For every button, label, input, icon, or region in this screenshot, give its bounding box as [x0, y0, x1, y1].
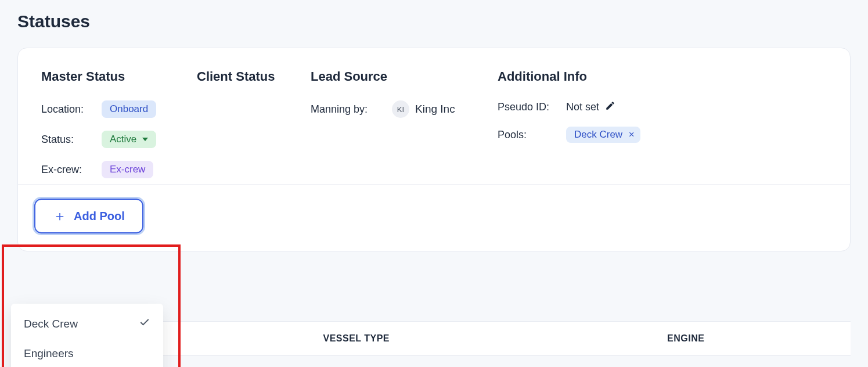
pseudo-id-value: Not set: [566, 101, 599, 113]
table-header-vessel-type[interactable]: VESSEL TYPE: [192, 333, 521, 344]
page-title: Statuses: [17, 12, 851, 31]
client-status-heading: Client Status: [197, 69, 311, 84]
add-pool-button-label: Add Pool: [74, 210, 125, 223]
client-status-column: Client Status: [197, 69, 311, 178]
add-pool-button[interactable]: ＋ Add Pool: [34, 199, 143, 233]
pool-option-deck-crew[interactable]: Deck Crew: [11, 308, 163, 339]
pool-option-label: Engineers: [24, 347, 74, 360]
statuses-card: Master Status Location: Onboard Status: …: [17, 48, 851, 251]
location-badge[interactable]: Onboard: [102, 100, 156, 118]
manning-by-label: Manning by:: [311, 103, 392, 116]
additional-info-heading: Additional Info: [498, 69, 827, 84]
table-header-engine[interactable]: ENGINE: [521, 333, 851, 344]
manning-name: King Inc: [415, 103, 455, 116]
master-status-column: Master Status Location: Onboard Status: …: [41, 69, 197, 178]
additional-info-column: Additional Info Pseudo ID: Not set Pools…: [498, 69, 827, 178]
status-label: Status:: [41, 134, 102, 146]
location-label: Location:: [41, 103, 102, 116]
pseudo-id-label: Pseudo ID:: [498, 101, 566, 113]
pool-option-engineers[interactable]: Engineers: [11, 339, 163, 367]
manning-avatar: KI: [392, 100, 409, 118]
check-icon: [139, 316, 150, 331]
pool-tag-text: Deck Crew: [574, 129, 622, 140]
excrew-badge[interactable]: Ex-crew: [102, 161, 153, 178]
lead-source-column: Lead Source Manning by: KI King Inc: [311, 69, 498, 178]
excrew-label: Ex-crew:: [41, 164, 102, 176]
status-badge-text: Active: [110, 134, 136, 145]
pool-tag-remove-icon[interactable]: ×: [629, 129, 635, 140]
edit-icon[interactable]: [605, 100, 615, 114]
pools-label: Pools:: [498, 129, 566, 141]
plus-icon: ＋: [53, 209, 67, 223]
chevron-down-icon: [142, 138, 148, 141]
pool-option-label: Deck Crew: [24, 318, 78, 330]
master-status-heading: Master Status: [41, 69, 197, 84]
lead-source-heading: Lead Source: [311, 69, 498, 84]
status-badge[interactable]: Active: [102, 131, 156, 148]
divider: [18, 184, 850, 185]
pool-tag[interactable]: Deck Crew ×: [566, 127, 640, 143]
add-pool-dropdown: Deck Crew Engineers Officers: [11, 304, 163, 367]
